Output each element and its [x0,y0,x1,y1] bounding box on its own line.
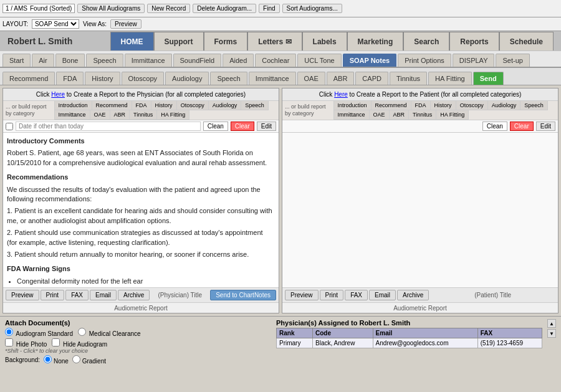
none-radio[interactable] [44,355,52,363]
right-br-tab-otoscopy[interactable]: Otoscopy [456,101,488,110]
scroll-up-arrow[interactable]: ▲ [547,319,556,328]
sec-tab-print-options[interactable]: Print Options [398,54,451,67]
cat-tab-recommend[interactable]: Recommend [2,72,55,85]
right-br-tab-audiology[interactable]: Audiology [488,101,521,110]
cat-tab-audiology[interactable]: Audiology [165,72,209,85]
br-tab-audiology[interactable]: Audiology [209,101,242,110]
audiogram-standard-label[interactable]: Audiogram Standard [5,328,73,337]
br-tab-introduction[interactable]: Introduction [55,101,92,110]
audiogram-standard-radio[interactable] [5,328,13,336]
show-all-audiograms-button[interactable]: Show All Audiograms [77,4,145,13]
left-preview-button[interactable]: Preview [6,290,39,300]
medical-clearance-radio[interactable] [78,328,86,336]
right-br-tab-fda[interactable]: FDA [411,101,431,110]
cat-tab-otoscopy[interactable]: Otoscopy [122,72,164,85]
sec-tab-air[interactable]: Air [32,54,54,67]
clean-button[interactable]: Clean [203,122,228,131]
gradient-radio[interactable] [72,355,80,363]
br-tab-otoscopy[interactable]: Otoscopy [177,101,209,110]
right-panel-link[interactable]: Here [334,91,348,98]
right-br-tab-history[interactable]: History [431,101,456,110]
br-tab-speech[interactable]: Speech [241,101,269,110]
cat-tab-speech[interactable]: Speech [210,72,247,85]
br-tab-history[interactable]: History [151,101,177,110]
left-fax-button[interactable]: FAX [65,290,89,300]
sec-tab-display[interactable]: DISPLAY [453,54,495,67]
right-br-tab-tinnitus[interactable]: Tinnitus [409,110,436,120]
preview-button[interactable]: Preview [110,19,141,29]
sec-tab-start[interactable]: Start [2,54,31,67]
left-archive-button[interactable]: Archive [118,290,150,300]
br-tab-fda[interactable]: FDA [132,101,151,110]
scroll-down-arrow[interactable]: ▼ [547,329,556,338]
sec-tab-soap-notes[interactable]: SOAP Notes [343,54,397,67]
nav-tab-reports[interactable]: Reports [449,32,499,50]
none-radio-label[interactable]: None [44,355,69,365]
hide-audiogram-checkbox[interactable] [52,338,60,347]
cat-tab-abr[interactable]: ABR [327,72,355,85]
right-clean-button[interactable]: Clean [482,122,507,131]
nav-tab-schedule[interactable]: Schedule [499,32,554,50]
left-panel-link[interactable]: Here [51,91,65,98]
sort-audiograms-button[interactable]: Sort Audiograms... [282,4,342,13]
br-tab-abr[interactable]: ABR [110,110,130,120]
br-tab-immittance[interactable]: Immittance [55,110,90,120]
nav-tab-home[interactable]: HOME [110,32,154,50]
sec-tab-speech[interactable]: Speech [86,54,123,67]
cat-tab-oae[interactable]: OAE [297,72,325,85]
cat-tab-fda[interactable]: FDA [56,72,84,85]
sec-tab-set-up[interactable]: Set-up [496,54,529,67]
nav-tab-search[interactable]: Search [403,32,449,50]
layout-select[interactable]: SOAP Send [32,19,79,29]
br-tab-tinnitus[interactable]: Tinnitus [130,110,157,120]
right-archive-button[interactable]: Archive [397,290,429,300]
sec-tab-ucl-tone[interactable]: UCL Tone [297,54,341,67]
br-tab-recommend[interactable]: Recommend [92,101,132,110]
sec-tab-bone[interactable]: Bone [55,54,85,67]
br-tab-oae[interactable]: OAE [90,110,110,120]
left-email-button[interactable]: Email [90,290,117,300]
right-email-button[interactable]: Email [369,290,396,300]
right-br-tab-oae[interactable]: OAE [370,110,390,120]
gradient-radio-label[interactable]: Gradient [72,355,106,365]
nav-tab-forms[interactable]: Forms [204,32,248,50]
br-tab-ha-fitting[interactable]: HA Fitting [157,110,189,120]
right-br-tab-recommend[interactable]: Recommend [372,101,411,110]
right-br-tab-ha-fitting[interactable]: HA Fitting [436,110,469,120]
sec-tab-immittance[interactable]: Immittance [125,54,172,67]
hide-photo-label[interactable]: Hide Photo [5,338,47,348]
sec-tab-cochlear[interactable]: Cochlear [255,54,296,67]
nav-tab-support[interactable]: Support [154,32,204,50]
right-br-tab-immittance[interactable]: Immittance [334,110,370,120]
new-record-button[interactable]: New Record [147,4,190,13]
medical-clearance-label[interactable]: Medical Clearance [78,328,141,337]
hide-photo-checkbox[interactable] [5,338,13,347]
right-br-tab-abr[interactable]: ABR [390,110,410,120]
sec-tab-aided[interactable]: Aided [223,54,254,67]
cat-tab-capd[interactable]: CAPD [355,72,388,85]
right-fax-button[interactable]: FAX [345,290,368,300]
cat-tab-ha-fitting[interactable]: HA Fitting [428,72,472,85]
left-print-button[interactable]: Print [41,290,65,300]
clear-button[interactable]: Clear [231,122,254,131]
nav-tab-labels[interactable]: Labels [302,32,347,50]
date-input[interactable] [16,122,201,131]
delete-audiogram-button[interactable]: Delete Audiogram... [193,4,256,13]
right-clear-button[interactable]: Clear [510,122,534,131]
send-to-chartnotes-button[interactable]: Send to ChartNotes [210,290,276,300]
right-preview-button[interactable]: Preview [285,290,319,300]
hide-audiogram-label[interactable]: Hide Audiogram [52,338,107,348]
nav-tab-letters[interactable]: Letters ✉ [247,32,302,50]
sec-tab-soundfield[interactable]: SoundField [173,54,222,67]
nav-tab-marketing[interactable]: Marketing [347,32,404,50]
right-br-tab-speech[interactable]: Speech [520,101,548,110]
cat-tab-immittance[interactable]: Immittance [249,72,296,85]
cat-tab-send[interactable]: Send [473,72,504,85]
right-print-button[interactable]: Print [320,290,344,300]
cat-tab-history[interactable]: History [85,72,120,85]
right-br-tab-introduction[interactable]: Introduction [334,101,372,110]
date-checkbox[interactable] [6,123,13,130]
edit-button[interactable]: Edit [257,122,276,131]
right-edit-button[interactable]: Edit [536,122,555,131]
cat-tab-tinnitus[interactable]: Tinnitus [390,72,427,85]
